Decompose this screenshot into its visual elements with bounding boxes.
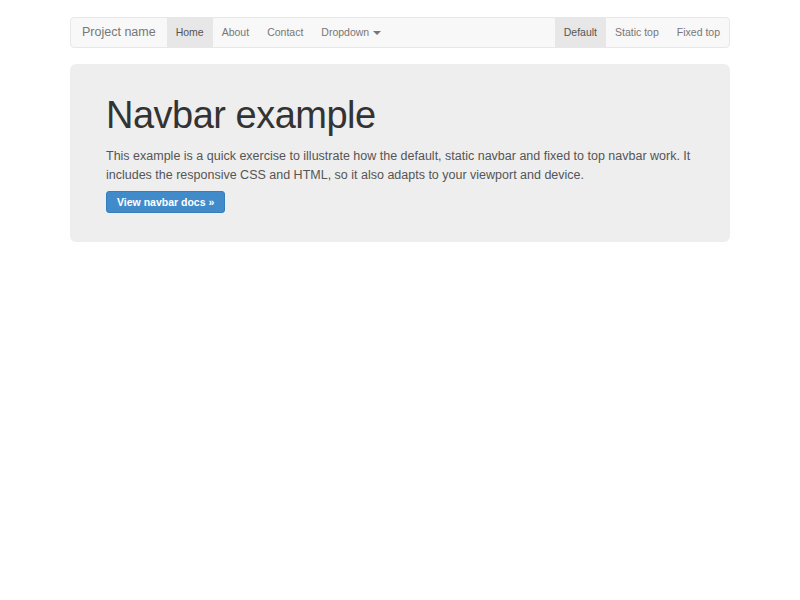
dropdown-label: Dropdown bbox=[321, 26, 369, 38]
nav-item-default: Default bbox=[555, 18, 606, 47]
content-container: Project name Home About Contact Dropdown… bbox=[70, 17, 730, 242]
page: Project name Home About Contact Dropdown… bbox=[0, 0, 800, 600]
page-title: Navbar example bbox=[106, 95, 694, 137]
navbar-brand[interactable]: Project name bbox=[71, 18, 167, 47]
nav-item-dropdown: Dropdown bbox=[312, 18, 390, 47]
nav-link-home[interactable]: Home bbox=[167, 18, 213, 47]
nav-link-contact[interactable]: Contact bbox=[258, 18, 312, 47]
nav-item-contact: Contact bbox=[258, 18, 312, 47]
caret-down-icon bbox=[373, 31, 381, 35]
nav-link-fixed-top[interactable]: Fixed top bbox=[668, 18, 729, 47]
nav-item-about: About bbox=[213, 18, 258, 47]
view-navbar-docs-button[interactable]: View navbar docs » bbox=[106, 191, 225, 213]
navbar-left-nav: Home About Contact Dropdown bbox=[167, 18, 391, 47]
nav-link-about[interactable]: About bbox=[213, 18, 258, 47]
nav-item-static-top: Static top bbox=[606, 18, 668, 47]
nav-link-default[interactable]: Default bbox=[555, 18, 606, 47]
jumbotron: Navbar example This example is a quick e… bbox=[70, 64, 730, 242]
nav-link-dropdown[interactable]: Dropdown bbox=[312, 18, 390, 47]
navbar-right-nav: Default Static top Fixed top bbox=[555, 18, 729, 47]
nav-item-fixed-top: Fixed top bbox=[668, 18, 729, 47]
nav-item-home: Home bbox=[167, 18, 213, 47]
nav-link-static-top[interactable]: Static top bbox=[606, 18, 668, 47]
lead-paragraph: This example is a quick exercise to illu… bbox=[106, 147, 694, 185]
top-navbar: Project name Home About Contact Dropdown… bbox=[70, 17, 730, 48]
